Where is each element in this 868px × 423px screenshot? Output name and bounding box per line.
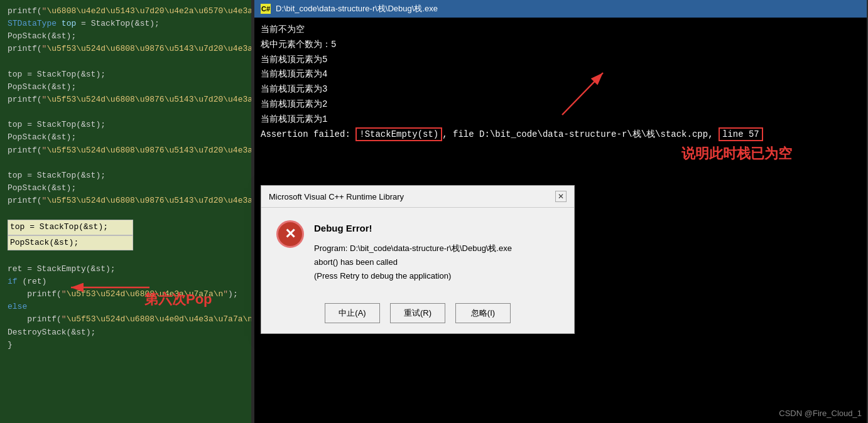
program-label-line: Program: D:\bit_code\data-structure-r\栈\…	[314, 242, 512, 255]
code-line-5	[8, 56, 244, 68]
sixth-pop-label: 第六次Pop	[144, 290, 212, 309]
highlighted-line-19: PopStack(&st);	[8, 235, 133, 250]
error-dialog: Microsoft Visual C++ Runtime Library ✕ ✕…	[261, 185, 575, 334]
terminal-line-2: 当前栈顶元素为5	[261, 53, 860, 68]
code-line-9	[8, 106, 244, 119]
terminal-line-1: 栈中元素个数为：5	[261, 38, 860, 53]
dialog-title: Microsoft Visual C++ Runtime Library	[269, 192, 404, 201]
code-line-20	[8, 250, 244, 263]
code-line-17	[8, 207, 244, 220]
code-line-26: DestroyStack(&st);	[8, 326, 244, 339]
terminal-assertion-line: Assertion failed: !StackEmpty(st), file …	[261, 127, 860, 142]
abort-message: abort() has been called	[314, 255, 512, 269]
press-retry: (Press Retry to debug the application)	[314, 269, 512, 283]
ignore-button[interactable]: 忽略(I)	[455, 303, 511, 323]
terminal-line-3: 当前栈顶元素为4	[261, 67, 860, 82]
terminal-titlebar: C# D:\bit_code\data-structure-r\栈\Debug\…	[254, 0, 867, 18]
code-line-3: PopStack(&st);	[8, 30, 244, 43]
code-line-27: }	[8, 339, 244, 351]
assertion-middle: , file D:\bit_code\data-structure-r\栈\栈\…	[442, 129, 719, 139]
code-line-14: top = StackTop(&st);	[8, 169, 244, 182]
code-line-13	[8, 157, 244, 169]
abort-button[interactable]: 中止(A)	[325, 303, 380, 323]
dialog-content: Debug Error! Program: D:\bit_code\data-s…	[314, 220, 512, 283]
assertion-highlight1: !StackEmpty(st)	[355, 127, 442, 141]
code-line-16: printf("\u5f53\u524d\u6808\u9876\u5143\u…	[8, 195, 244, 207]
code-line-6: top = StackTop(&st);	[8, 68, 244, 81]
stack-empty-annotation: 说明此时栈已为空	[681, 144, 792, 163]
code-line-1: printf("\u6808\u4e2d\u5143\u7d20\u4e2a\u…	[8, 5, 244, 18]
code-line-21: ret = StackEmpty(&st);	[8, 263, 244, 276]
terminal-body: 当前不为空 栈中元素个数为：5 当前栈顶元素为5 当前栈顶元素为4 当前栈顶元素…	[254, 18, 867, 147]
terminal-line-5: 当前栈顶元素为2	[261, 97, 860, 112]
code-line-10: top = StackTop(&st);	[8, 119, 244, 131]
error-icon: ✕	[276, 220, 304, 248]
assertion-prefix: Assertion failed:	[261, 129, 355, 139]
code-line-22: if (ret)	[8, 276, 244, 288]
csdn-watermark: CSDN @Fire_Cloud_1	[779, 409, 862, 418]
code-line-7: PopStack(&st);	[8, 81, 244, 94]
terminal-icon: C#	[261, 4, 271, 14]
terminal-line-4: 当前栈顶元素为3	[261, 82, 860, 97]
code-line-15: PopStack(&st);	[8, 182, 244, 195]
dialog-body: ✕ Debug Error! Program: D:\bit_code\data…	[261, 208, 574, 296]
code-line-4: printf("\u5f53\u524d\u6808\u9876\u5143\u…	[8, 43, 244, 55]
code-line-8: printf("\u5f53\u524d\u6808\u9876\u5143\u…	[8, 94, 244, 106]
terminal-line-0: 当前不为空	[261, 23, 860, 38]
assertion-highlight2: line 57	[719, 127, 763, 141]
retry-button[interactable]: 重试(R)	[390, 303, 445, 323]
dialog-buttons: 中止(A) 重试(R) 忽略(I)	[261, 296, 574, 333]
code-line-25: printf("\u5f53\u524d\u6808\u4e0d\u4e3a\u…	[8, 313, 244, 326]
terminal-title: D:\bit_code\data-structure-r\栈\Debug\栈.e…	[276, 3, 438, 14]
dialog-close-button[interactable]: ✕	[555, 191, 567, 202]
terminal-line-6: 当前栈顶元素为1	[261, 112, 860, 127]
dialog-titlebar: Microsoft Visual C++ Runtime Library ✕	[261, 186, 574, 208]
code-editor: printf("\u6808\u4e2d\u5143\u7d20\u4e2a\u…	[0, 0, 251, 423]
highlighted-line-18: top = StackTop(&st);	[8, 220, 133, 235]
code-line-2: STDataType top = StackTop(&st);	[8, 18, 244, 30]
debug-error-title: Debug Error!	[314, 220, 512, 237]
code-line-11: PopStack(&st);	[8, 131, 244, 144]
code-line-12: printf("\u5f53\u524d\u6808\u9876\u5143\u…	[8, 144, 244, 157]
